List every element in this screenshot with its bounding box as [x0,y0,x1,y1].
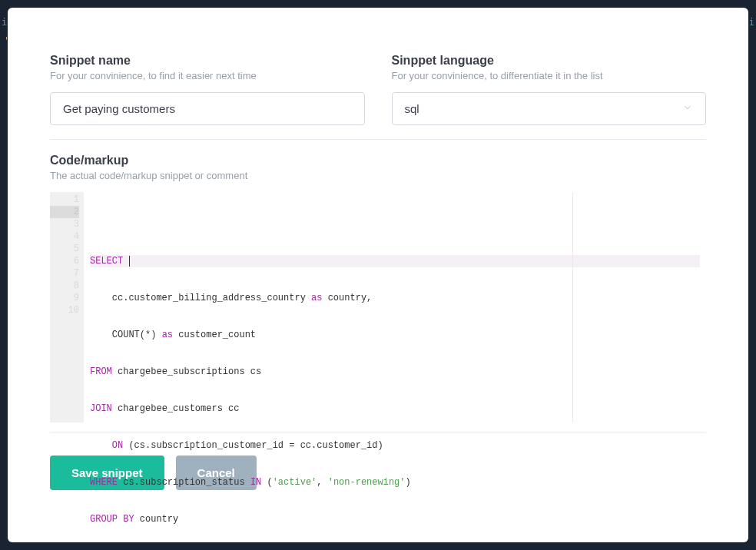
code-field-group: Code/markup The actual code/markup snipp… [50,154,706,422]
snippet-name-label: Snippet name [50,54,365,68]
line-number: 4 [50,230,79,243]
top-fields-row: Snippet name For your convinience, to fi… [50,54,706,125]
snippet-modal: Snippet name For your convinience, to fi… [8,8,748,542]
code-label: Code/markup [50,154,706,167]
line-number: 8 [50,280,79,292]
snippet-language-label: Sinppet language [392,54,707,68]
editor-gutter: 1 2 3 4 5 6 7 8 9 10 [50,192,84,422]
line-number: 5 [50,243,79,255]
line-number: 2 [50,206,79,218]
code-hint: The actual code/markup snippet or commen… [50,170,706,181]
snippet-language-hint: For your convinience, to differentiate i… [392,70,707,81]
code-editor[interactable]: 1 2 3 4 5 6 7 8 9 10 SELECT cc.customer_… [50,192,706,422]
editor-ruler [572,192,573,422]
line-number: 7 [50,267,79,280]
snippet-name-field-group: Snippet name For your convinience, to fi… [50,54,365,125]
text-cursor [129,256,130,267]
snippet-language-value: sql [405,102,419,115]
snippet-name-hint: For your convinience, to find it easier … [50,70,365,81]
snippet-name-input[interactable] [50,92,365,125]
snippet-language-select[interactable]: sql [392,92,707,125]
line-number: 1 [50,194,79,206]
divider-top [50,139,706,140]
code-content[interactable]: SELECT cc.customer_billing_address_count… [84,192,706,422]
line-number: 6 [50,255,79,267]
line-number: 9 [50,292,79,304]
line-number: 10 [50,304,79,316]
chevron-down-icon [682,102,693,115]
line-number: 3 [50,218,79,230]
snippet-language-field-group: Sinppet language For your convinience, t… [392,54,707,125]
